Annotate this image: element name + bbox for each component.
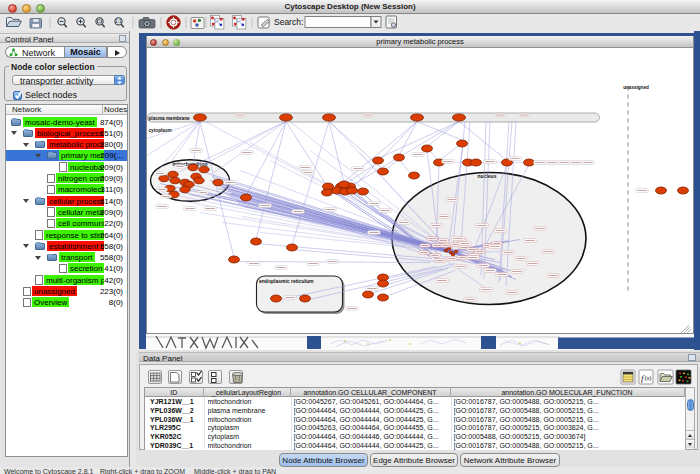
svg-text:endoplasmic reticulum: endoplasmic reticulum xyxy=(259,277,314,283)
svg-text:(x): (x) xyxy=(645,375,652,381)
svg-text:plasma membrane: plasma membrane xyxy=(149,115,191,120)
svg-text:1:1: 1:1 xyxy=(115,19,122,24)
svg-text:Search:: Search: xyxy=(274,17,303,27)
svg-text:unassigned: unassigned xyxy=(623,85,649,90)
svg-text:nucleus: nucleus xyxy=(478,173,497,179)
